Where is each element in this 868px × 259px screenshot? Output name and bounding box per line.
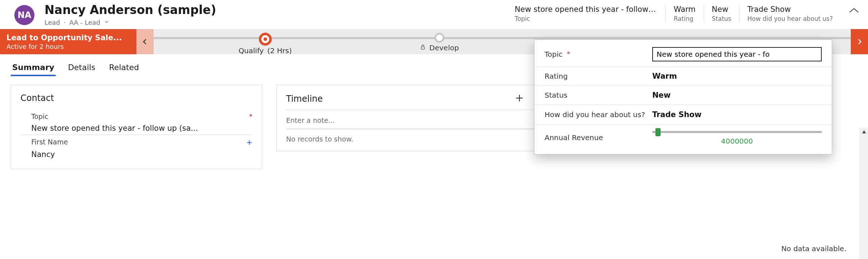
vertical-scrollbar[interactable]	[859, 128, 868, 259]
record-name: Nancy Anderson (sample)	[45, 4, 216, 17]
bpf-stage-dot	[259, 33, 272, 46]
bpf-stage-dot	[434, 33, 444, 43]
required-marker: *	[249, 112, 252, 120]
timeline-title: Timeline	[286, 94, 323, 104]
field-first-name[interactable]: First Name + Nancy	[20, 135, 252, 161]
header-field-value: New store opened this year - follow up (…	[515, 5, 658, 14]
flyout-label: Topic	[545, 50, 563, 59]
tab-details[interactable]: Details	[66, 63, 97, 76]
separator: ·	[64, 19, 66, 26]
header-fields: New store opened this year - follow up (…	[515, 4, 859, 22]
flyout-value: Trade Show	[652, 110, 822, 119]
contact-panel: Contact Topic * New store opened this ye…	[11, 85, 262, 169]
avatar: NA	[14, 5, 34, 25]
header-field-status[interactable]: New Status	[704, 5, 739, 22]
flyout-row-rating[interactable]: Rating Warm	[535, 67, 832, 86]
bpf-elapsed: Active for 2 hours	[6, 43, 130, 50]
bpf-next-button[interactable]	[851, 29, 868, 54]
flyout-label: Rating	[545, 72, 568, 80]
bpf-stage-qualify[interactable]: Qualify (2 Hrs)	[219, 29, 312, 55]
field-value: New store opened this year - follow up (…	[31, 124, 252, 133]
flyout-row-status[interactable]: Status New	[535, 86, 832, 105]
bpf-name: Lead to Opportunity Sale...	[6, 33, 130, 42]
entity-label: Lead	[45, 19, 60, 26]
header-field-topic[interactable]: New store opened this year - follow up (…	[515, 5, 666, 22]
timeline-panel: Timeline Enter a note... No records to s…	[276, 85, 556, 151]
stage-name: Qualify	[238, 46, 263, 55]
revenue-slider[interactable]	[652, 130, 822, 134]
header-field-label: Status	[712, 15, 731, 22]
header-field-source[interactable]: Trade Show How did you hear about us?	[739, 5, 841, 22]
form-name: AA - Lead	[69, 19, 100, 26]
svg-rect-0	[421, 47, 424, 50]
slider-thumb[interactable]	[655, 128, 661, 136]
bpf-prev-button[interactable]	[136, 29, 154, 54]
bpf-info[interactable]: Lead to Opportunity Sale... Active for 2…	[0, 29, 136, 54]
no-data-text: No data available.	[781, 244, 846, 253]
recommended-marker: +	[246, 138, 252, 147]
timeline-note-input[interactable]: Enter a note...	[286, 110, 547, 129]
header-field-rating[interactable]: Warm Rating	[666, 5, 704, 22]
field-topic[interactable]: Topic * New store opened this year - fol…	[20, 110, 252, 135]
field-label: First Name	[31, 138, 68, 146]
header-flyout: Topic * Rating Warm Status New How did y…	[534, 40, 832, 154]
header-field-label: Rating	[674, 15, 696, 22]
required-marker: *	[567, 50, 570, 57]
flyout-label: How did you hear about us?	[545, 110, 645, 119]
flyout-label: Annual Revenue	[545, 133, 603, 142]
bpf-stage-label: Qualify (2 Hrs)	[238, 46, 292, 55]
flyout-topic-input[interactable]	[652, 47, 822, 61]
tab-summary[interactable]: Summary	[11, 63, 56, 76]
bpf-stage-develop[interactable]: Develop	[393, 29, 486, 52]
header-field-value: Warm	[674, 5, 696, 14]
title-block: Nancy Anderson (sample) Lead · AA - Lead	[45, 4, 216, 26]
flyout-value: New	[652, 91, 822, 100]
add-icon[interactable]	[514, 93, 524, 105]
scroll-up-icon[interactable]	[860, 128, 868, 136]
record-subtitle[interactable]: Lead · AA - Lead	[45, 19, 216, 26]
header-field-label: Topic	[515, 15, 658, 22]
timeline-empty-text: No records to show.	[286, 129, 547, 143]
header-field-value: New	[712, 5, 731, 14]
bpf-stage-label: Develop	[420, 43, 459, 52]
flyout-row-revenue[interactable]: Annual Revenue 4000000	[535, 125, 832, 151]
flyout-value: Warm	[652, 72, 822, 80]
flyout-label: Status	[545, 91, 568, 100]
field-value: Nancy	[31, 150, 252, 159]
stage-name: Develop	[429, 43, 459, 52]
header-field-label: How did you hear about us?	[747, 15, 833, 22]
flyout-row-topic[interactable]: Topic *	[535, 42, 832, 67]
stage-duration: (2 Hrs)	[267, 46, 292, 55]
lock-icon	[420, 43, 426, 52]
contact-panel-title: Contact	[20, 93, 252, 103]
chevron-down-icon[interactable]	[104, 19, 109, 26]
record-header: NA Nancy Anderson (sample) Lead · AA - L…	[0, 0, 868, 29]
slider-rail	[652, 131, 822, 132]
related-panel-empty: No data available.	[781, 244, 846, 253]
tab-related[interactable]: Related	[108, 63, 141, 76]
header-field-value: Trade Show	[747, 5, 833, 14]
svg-marker-4	[862, 130, 866, 133]
collapse-header-button[interactable]	[849, 7, 859, 15]
revenue-slider-value: 4000000	[652, 137, 822, 145]
flyout-row-source[interactable]: How did you hear about us? Trade Show	[535, 105, 832, 125]
field-label: Topic	[31, 112, 48, 120]
